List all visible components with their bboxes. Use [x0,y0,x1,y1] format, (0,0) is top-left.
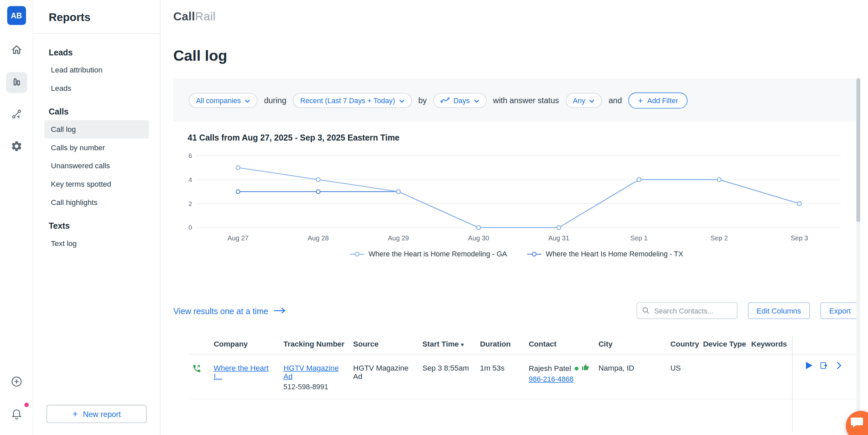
call-log-table: Company Tracking Number Source Start Tim… [190,336,860,399]
company-link[interactable]: Where the Heart I... [214,364,268,381]
home-icon [10,44,22,57]
nav-heading-leads: Leads [44,43,149,61]
bell-icon [10,407,22,421]
granularity-dropdown[interactable]: Days [434,93,487,108]
new-report-label: New report [83,410,121,418]
scrollbar-thumb[interactable] [856,78,860,222]
notification-dot [24,403,28,407]
sidebar-item-call-highlights[interactable]: Call highlights [44,193,149,212]
results-toolbar: View results one at a time Edit Columns … [173,302,860,319]
avatar[interactable]: AB [7,6,26,25]
sidebar-item-calls-by-number[interactable]: Calls by number [44,139,149,157]
date-range-label: Recent (Last 7 Days + Today) [300,96,395,105]
app-rail: AB [0,0,33,435]
keywords-cell [751,354,792,399]
sidebar-item-text-log[interactable]: Text log [44,234,149,253]
sidebar-item-call-log[interactable]: Call log [44,120,149,139]
copy-icon[interactable] [818,360,829,371]
sidebar-title: Reports [33,0,160,33]
thumbs-up-icon[interactable] [582,364,589,373]
header-device-type[interactable]: Device Type [703,336,751,354]
column-divider [792,336,793,432]
svg-text:Sep 3: Sep 3 [790,234,808,242]
company-filter-dropdown[interactable]: All companies [189,93,258,108]
chat-widget-button[interactable] [846,411,868,435]
header-keywords[interactable]: Keywords [751,336,792,354]
header-source[interactable]: Source [353,336,422,354]
contact-name: Rajesh Patel [529,364,571,373]
duration-cell: 1m 53s [480,354,529,399]
legend-marker-icon [527,251,541,257]
integrations-nav-button[interactable] [6,104,27,125]
calls-line-chart: 0246Aug 27Aug 28Aug 29Aug 30Aug 31Sep 1S… [184,150,843,245]
header-company[interactable]: Company [214,336,283,354]
by-label: by [418,96,427,105]
expand-row-button[interactable] [833,360,844,371]
reports-sidebar: Reports Leads Lead attribution Leads Cal… [33,0,161,435]
filter-bar: All companies during Recent (Last 7 Days… [173,79,860,122]
device-type-cell [703,354,751,399]
settings-nav-button[interactable] [6,136,27,157]
legend-label: Where the Heart Is Home Remodeling - TX [546,250,683,258]
header-tracking-number[interactable]: Tracking Number [283,336,353,354]
header-start-time[interactable]: Start Time▼ [423,336,480,354]
view-results-link[interactable]: View results one at a time [173,306,286,315]
integrations-icon [10,108,22,121]
play-recording-button[interactable] [803,360,814,371]
search-contacts-input[interactable] [637,302,737,319]
header-duration[interactable]: Duration [480,336,529,354]
add-filter-label: Add Filter [647,96,678,105]
source-cell: HGTV Magazine Ad [353,354,422,399]
table-header-row: Company Tracking Number Source Start Tim… [190,336,860,354]
nav-heading-calls: Calls [44,102,149,120]
sidebar-item-leads[interactable]: Leads [44,79,149,97]
company-filter-label: All companies [196,96,241,105]
svg-text:Aug 28: Aug 28 [308,234,329,242]
tracking-number-link[interactable]: HGTV Magazine Ad [283,364,339,381]
answer-status-label: with answer status [493,96,559,105]
svg-text:2: 2 [189,200,192,207]
svg-text:Aug 29: Aug 29 [388,234,409,242]
date-range-dropdown[interactable]: Recent (Last 7 Days + Today) [293,93,412,108]
notifications-button[interactable] [6,404,27,425]
contact-phone-link[interactable]: 986-216-4868 [529,375,573,383]
svg-text:6: 6 [189,152,192,159]
svg-text:Aug 30: Aug 30 [468,234,489,242]
sidebar-item-key-terms-spotted[interactable]: Key terms spotted [44,175,149,193]
new-report-button[interactable]: + New report [46,405,147,423]
export-button[interactable]: Export [820,302,860,319]
header-city[interactable]: City [598,336,671,354]
answer-status-dropdown[interactable]: Any [566,93,602,108]
header-contact[interactable]: Contact [529,336,598,354]
trend-icon [440,96,450,105]
svg-text:4: 4 [189,176,192,183]
chevron-down-icon [399,96,404,105]
country-cell: US [671,354,703,399]
add-filter-button[interactable]: + Add Filter [629,92,688,108]
sidebar-item-unanswered-calls[interactable]: Unanswered calls [44,156,149,175]
chevron-down-icon [473,96,479,105]
answer-status-value: Any [573,96,585,105]
callrail-logo: CallRail [173,10,860,23]
chart-title: 41 Calls from Aug 27, 2025 - Sep 3, 2025… [188,133,860,142]
header-country[interactable]: Country [671,336,703,354]
sidebar-item-lead-attribution[interactable]: Lead attribution [44,61,149,79]
brand-light: Rail [195,10,215,23]
plus-circle-icon [10,375,22,389]
main-content: CallRail Call log All companies during R… [160,0,868,435]
svg-text:Aug 31: Aug 31 [548,234,569,242]
header-call-type [190,336,214,354]
plus-icon: + [638,96,643,105]
during-label: during [264,96,286,105]
edit-columns-button[interactable]: Edit Columns [747,302,810,319]
page-title: Call log [173,48,860,65]
plus-icon: + [72,409,78,418]
add-button[interactable] [6,372,27,393]
reports-nav-button[interactable] [6,72,27,93]
arrow-right-icon [274,306,286,315]
brand-bold: Call [173,10,195,23]
home-nav-button[interactable] [6,40,27,61]
legend-item: Where the Heart is Home Remodeling - GA [350,250,507,258]
inbound-call-icon [190,354,214,399]
chevron-down-icon [589,96,595,105]
